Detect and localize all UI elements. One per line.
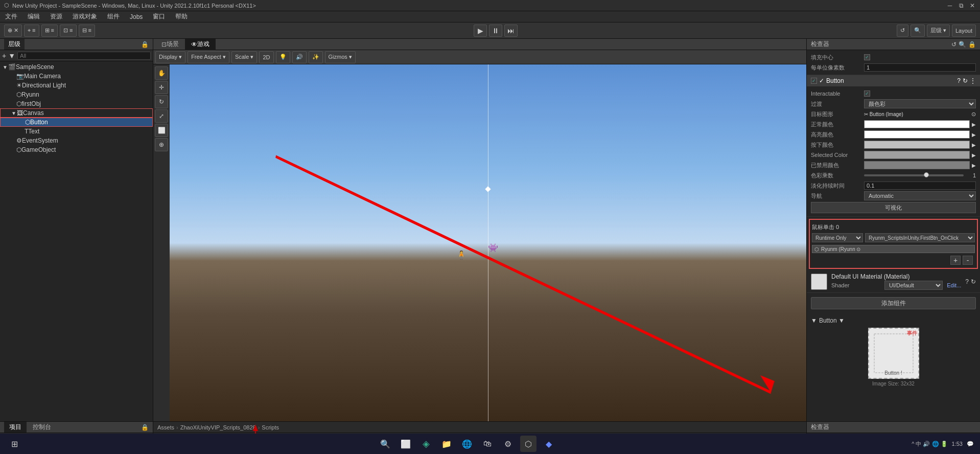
tree-item-canvas[interactable]: ▼ 🖼 Canvas [0, 108, 153, 118]
grid-tool[interactable]: ⊞ ≡ [41, 25, 58, 37]
button-component-checkbox[interactable] [811, 78, 817, 84]
play-button[interactable]: ▶ [474, 25, 487, 37]
pause-button[interactable]: ⏸ [489, 25, 502, 37]
function-dropdown[interactable]: Ryunm_ScriptsInUnity.FirstBtn_OnClick [865, 233, 975, 242]
display-dropdown[interactable]: Display ▾ [155, 51, 185, 63]
remove-onclick-button[interactable]: - [963, 256, 973, 265]
windows-icon[interactable]: ⊞ [6, 436, 22, 452]
menu-gameobject[interactable]: 游戏对象 [71, 11, 99, 22]
fade-duration-input[interactable] [864, 181, 976, 190]
breadcrumb-zhaoxiunity[interactable]: ZhaoXiUnityVIP_Scripts_0828 [180, 424, 256, 430]
target-graphic-pick-icon[interactable]: ⊙ [971, 111, 976, 118]
snap-tool[interactable]: ⊡ ≡ [60, 25, 76, 37]
visualize-button[interactable]: 可视化 [811, 202, 976, 213]
hierarchy-tab[interactable]: 层级 [4, 39, 25, 50]
tree-item-directionallight[interactable]: ☀ Directional Light [0, 81, 153, 90]
pressed-color-swatch[interactable] [864, 141, 970, 149]
rect-tool[interactable]: ⊟ ≡ [79, 25, 95, 37]
disabled-color-pick-icon[interactable]: ▶ [972, 163, 976, 168]
search-taskbar-icon[interactable]: 🔍 [377, 436, 393, 452]
hierarchy-search[interactable] [17, 52, 151, 60]
inspector-search-icon[interactable]: 🔍 [959, 41, 966, 48]
layers-dropdown[interactable]: 层级 ▾ [927, 25, 950, 37]
menu-edit[interactable]: 编辑 [26, 11, 42, 22]
rect-tool[interactable]: ⬜ [155, 124, 168, 137]
material-settings-icon[interactable]: ↻ [971, 278, 976, 285]
button-component-title[interactable]: ✓ Button ? ↻ ⋮ [807, 75, 980, 86]
breadcrumb-scripts[interactable]: Scripts [262, 424, 279, 430]
search-button[interactable]: 🔍 [911, 25, 925, 37]
console-tab[interactable]: 控制台 [28, 422, 56, 433]
inspector-lock-icon[interactable]: 🔒 [968, 41, 976, 48]
pixels-per-unit-input[interactable] [864, 63, 976, 72]
button-settings-icon[interactable]: ↻ [963, 77, 968, 84]
layout-dropdown[interactable]: Layout [952, 25, 976, 37]
tree-item-maincamera[interactable]: 📷 Main Camera [0, 72, 153, 81]
transform-tool[interactable]: ⊕ ✕ [4, 25, 22, 37]
audio-button[interactable]: 🔊 [292, 51, 307, 63]
lighting-button[interactable]: 💡 [276, 51, 290, 63]
store-icon[interactable]: 🛍 [479, 436, 496, 452]
move-tool[interactable]: ✛ [155, 81, 168, 94]
tree-item-firstobj[interactable]: ⬡ firstObj [0, 99, 153, 108]
menu-component[interactable]: 组件 [105, 11, 122, 22]
pressed-color-pick-icon[interactable]: ▶ [972, 142, 976, 148]
scene-tab[interactable]: ⊡ 场景 [155, 39, 185, 50]
browser-icon[interactable]: 🌐 [459, 436, 475, 452]
inspector-history-icon[interactable]: ↺ [951, 41, 956, 48]
menu-window[interactable]: 窗口 [151, 11, 167, 22]
selected-color-pick-icon[interactable]: ▶ [972, 152, 976, 158]
add-onclick-button[interactable]: + [950, 256, 961, 265]
rotate-tool[interactable]: ↻ [155, 95, 168, 108]
step-button[interactable]: ⏭ [504, 25, 518, 37]
menu-assets[interactable]: 资源 [48, 11, 64, 22]
hierarchy-menu-icon[interactable]: ▼ [8, 52, 15, 60]
fill-center-checkbox[interactable] [864, 54, 870, 60]
tree-item-ryunn[interactable]: ⬡ Ryunn [0, 90, 153, 99]
code-icon[interactable]: ◆ [541, 436, 557, 452]
explorer-icon[interactable]: 📁 [438, 436, 455, 452]
game-tab[interactable]: 👁 游戏 [185, 39, 216, 50]
navigation-dropdown[interactable]: Automatic [864, 191, 976, 200]
shader-dropdown[interactable]: UI/Default [884, 281, 943, 290]
button-help-icon[interactable]: ? [957, 77, 961, 84]
edge-icon[interactable]: ◈ [418, 436, 434, 452]
project-tab[interactable]: 项目 [4, 422, 27, 433]
2d-button[interactable]: 2D [259, 51, 273, 63]
highlight-color-pick-icon[interactable]: ▶ [972, 132, 976, 138]
resolution-dropdown[interactable]: Free Aspect ▾ [188, 51, 229, 63]
close-button[interactable]: ✕ [969, 2, 976, 9]
normal-color-swatch[interactable] [864, 120, 970, 128]
history-button[interactable]: ↺ [897, 25, 908, 37]
transform-tool[interactable]: ⊕ [155, 138, 168, 151]
system-tray[interactable]: ^ 中 🔊 🌐 🔋 [912, 440, 947, 448]
minimize-button[interactable]: ─ [946, 2, 953, 9]
menu-file[interactable]: 文件 [3, 11, 19, 22]
material-help-icon[interactable]: ? [965, 278, 969, 285]
edit-button[interactable]: Edit... [947, 282, 961, 288]
menu-help[interactable]: 帮助 [173, 11, 190, 22]
breadcrumb-assets[interactable]: Assets [157, 424, 174, 430]
button-preview-title[interactable]: ▼ Button ▼ [811, 315, 976, 326]
color-multiplier-slider[interactable] [864, 174, 964, 176]
scale-tool[interactable]: ⤢ [155, 109, 168, 123]
hierarchy-lock-icon[interactable]: 🔒 [141, 41, 149, 48]
effects-button[interactable]: ✨ [309, 51, 323, 63]
transition-dropdown[interactable]: 颜色彩 [864, 99, 976, 108]
selected-color-swatch[interactable] [864, 151, 970, 159]
tree-item-text[interactable]: T Text [0, 127, 153, 136]
scale-dropdown[interactable]: Scale ▾ [231, 51, 258, 63]
hierarchy-add-icon[interactable]: + [2, 52, 6, 60]
tree-item-eventsystem[interactable]: ⚙ EventSystem [0, 136, 153, 145]
tree-item-gameobject[interactable]: ⬡ GameObject [0, 145, 153, 154]
interactable-checkbox[interactable] [864, 90, 870, 97]
bottom-left-lock-icon[interactable]: 🔒 [141, 424, 149, 431]
add-component-button[interactable]: 添加组件 [811, 297, 976, 309]
highlight-color-swatch[interactable] [864, 130, 970, 139]
object-field[interactable]: ⬡ Ryunm (Ryunn ⊙ [812, 245, 975, 253]
menu-jobs[interactable]: Jobs [128, 12, 145, 21]
hand-tool[interactable]: ✋ [155, 66, 168, 80]
unity-taskbar-icon[interactable]: ⬡ [520, 436, 536, 452]
normal-color-pick-icon[interactable]: ▶ [972, 122, 976, 127]
runtime-dropdown[interactable]: Runtime Only [812, 233, 863, 242]
